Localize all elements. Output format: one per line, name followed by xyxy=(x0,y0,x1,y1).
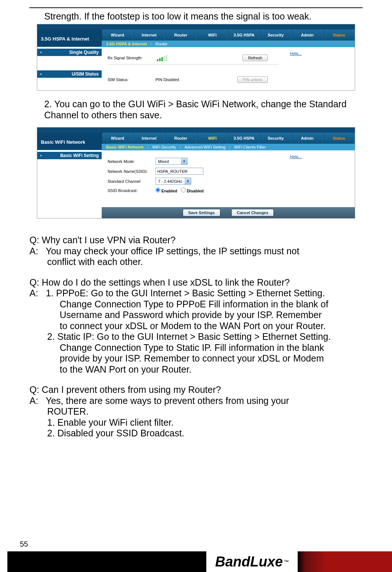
a2-1-l3: Username and Password which provide by y… xyxy=(29,310,363,321)
cancel-changes-button[interactable]: Cancel Changes xyxy=(231,209,274,216)
s1-subtab-router[interactable]: Router xyxy=(155,42,168,46)
s1-subtab-hspa[interactable]: 3.5G HSPA & Internet xyxy=(106,42,147,46)
mode-value: Mixed xyxy=(156,159,181,164)
s2-tab-security[interactable]: Security xyxy=(260,133,291,144)
q2: Q: How do I do the settings when I use x… xyxy=(29,277,363,288)
refresh-button[interactable]: Refresh xyxy=(242,55,268,61)
s2-tab-admin[interactable]: Admin xyxy=(291,133,323,144)
tab-status[interactable]: Status xyxy=(323,29,355,41)
a2-prefix: A: xyxy=(29,288,38,298)
a2-1-start: 1. PPPoE: Go to the GUI Internet > Basic… xyxy=(46,288,325,298)
a3-prefix: A: xyxy=(29,395,38,406)
tab-security[interactable]: Security xyxy=(260,29,291,41)
s2-side-title: Basic WiFi Network xyxy=(37,133,102,150)
a2-1-l4: to connect your xDSL or Modem to the WAN… xyxy=(29,321,363,332)
a2-2-l2: Change Connection Type to Static IP. Fil… xyxy=(29,342,363,353)
save-settings-button[interactable]: Save Settings xyxy=(183,209,220,216)
channel-select[interactable]: 7 - 2.442GHz ▾ xyxy=(155,178,191,185)
s2-tab-wizard[interactable]: Wizard xyxy=(102,133,133,144)
s2-help-link[interactable]: Help... xyxy=(290,154,302,159)
radio-disabled[interactable]: Disabled xyxy=(181,188,204,193)
tab-router[interactable]: Router xyxy=(165,29,197,41)
chevron-down-icon: ▾ xyxy=(181,158,187,164)
s2-sub-advanced[interactable]: Advanced WiFi Setting xyxy=(185,145,225,149)
screenshot-wifi: Basic WiFi Network Wizard Internet Route… xyxy=(37,127,355,219)
a2-2-l3: provide by your ISP. Remember to connect… xyxy=(29,353,363,364)
step2-text: 2. You can go to the GUI WiFi > Basic Wi… xyxy=(29,99,363,121)
tab-hspa[interactable]: 3.5G HSPA xyxy=(228,29,260,41)
bcast-label: SSID Broadcast: xyxy=(108,188,155,193)
s2-tab-router[interactable]: Router xyxy=(165,133,197,144)
sim-value: PIN Disabled xyxy=(155,77,179,82)
chan-value: 7 - 2.442GHz xyxy=(156,179,185,184)
footer: BandLuxe™ xyxy=(7,551,392,572)
ssid-input[interactable] xyxy=(155,168,203,175)
s1-side-usim[interactable]: U/SIM Status xyxy=(37,70,102,78)
pin-unlock-button[interactable]: PIN unlock xyxy=(237,76,268,83)
s2-tab-internet[interactable]: Internet xyxy=(133,133,165,144)
sim-label: SIM Status: xyxy=(108,77,155,82)
q3: Q: Can I prevent others from using my Ro… xyxy=(29,384,363,395)
s2-sub-clients[interactable]: WiFi Clients Filter xyxy=(234,145,266,149)
radio-disabled-input[interactable] xyxy=(181,188,186,192)
a1-prefix: A: xyxy=(29,246,38,256)
lead-text: Strength. If the footstep is too low it … xyxy=(44,11,363,22)
a3-l2: ROUTER. xyxy=(29,406,363,417)
s2-sub-basic[interactable]: Basic WiFi Network xyxy=(106,145,144,149)
s2-tab-wifi[interactable]: WiFi xyxy=(197,133,228,144)
top-rule xyxy=(29,7,363,8)
tab-internet[interactable]: Internet xyxy=(133,29,165,41)
signal-bars-icon xyxy=(157,55,167,61)
a1-cont: conflict with each other. xyxy=(29,257,363,268)
s1-help-link[interactable]: Help... xyxy=(290,51,302,56)
a2-2-l1: 2. Static IP: Go to the GUI Internet > B… xyxy=(29,331,363,342)
a3-2: 2. Disabled your SSID Broadcast. xyxy=(29,428,363,439)
mode-select[interactable]: Mixed ▾ xyxy=(155,158,188,165)
page-number: 55 xyxy=(20,540,28,548)
s1-side-single-quality[interactable]: Single Quality xyxy=(37,49,102,56)
tab-admin[interactable]: Admin xyxy=(291,29,323,41)
screenshot-hspa: 3.5G HSPA & Internet Wizard Internet Rou… xyxy=(37,24,355,91)
chan-label: Standard Channel: xyxy=(108,179,155,184)
radio-enabled-input[interactable] xyxy=(155,188,160,192)
a2-1-l2: Change Connection Type to PPPoE Fill inf… xyxy=(29,299,363,310)
s2-tab-hspa[interactable]: 3.5G HSPA xyxy=(228,133,260,144)
a3-l1: Yes, there are some ways to prevent othe… xyxy=(46,395,289,406)
mode-label: Network Mode: xyxy=(108,159,155,164)
rx-label: Rx Signal Strength: xyxy=(108,56,155,60)
s1-side-title: 3.5G HSPA & Internet xyxy=(37,29,102,47)
s2-sub-security[interactable]: WiFi Security xyxy=(152,145,176,149)
chevron-down-icon: ▾ xyxy=(185,178,191,184)
tab-wifi[interactable]: WiFi xyxy=(197,29,228,41)
a2-2-l4: to the WAN Port on your Router. xyxy=(29,364,363,375)
s2-side-basic[interactable]: Basic WiFi Setting xyxy=(37,152,102,159)
s2-tab-status[interactable]: Status xyxy=(323,133,355,144)
brand-logo: BandLuxe™ xyxy=(206,551,298,572)
radio-enabled[interactable]: Enabled xyxy=(155,188,177,193)
a3-1: 1. Enable your WiFi client filter. xyxy=(29,417,363,428)
tab-wizard[interactable]: Wizard xyxy=(102,29,133,41)
a1: You may check your office IP settings, t… xyxy=(46,246,299,256)
q1: Q: Why can't I use VPN via Router? xyxy=(29,235,363,246)
ssid-label: Network Name(SSID): xyxy=(108,169,155,174)
